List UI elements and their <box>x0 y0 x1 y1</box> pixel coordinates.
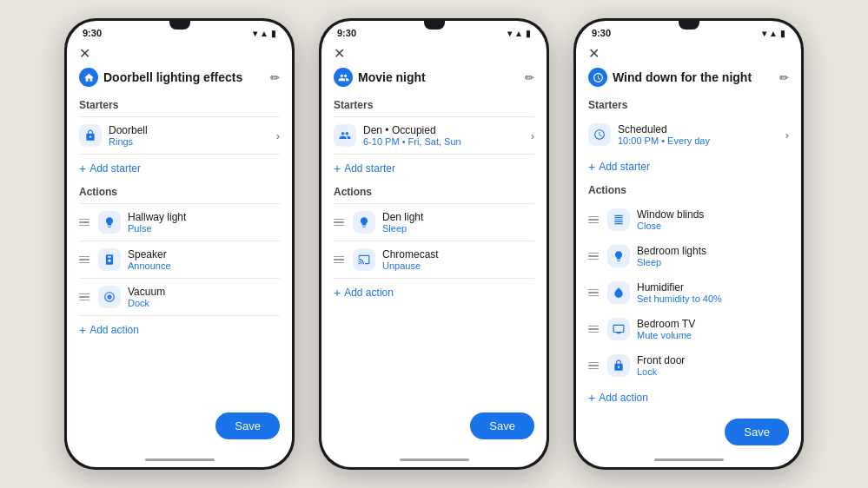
drag-handle-icon[interactable] <box>588 289 599 297</box>
routine-title: Wind down for the night <box>613 70 774 84</box>
routine-title: Movie night <box>358 70 520 84</box>
starter-title: Scheduled <box>618 123 710 135</box>
action-subtitle: Unpause <box>382 260 439 271</box>
action-item[interactable]: SpeakerAnnounce <box>67 241 292 278</box>
add-starter-button[interactable]: +Add starter <box>67 155 292 182</box>
action-subtitle: Dock <box>128 298 165 308</box>
action-item[interactable]: HumidifierSet humidity to 40% <box>576 274 801 311</box>
starter-subtitle: 6-10 PM • Fri, Sat, Sun <box>363 136 461 147</box>
action-item[interactable]: Hallway lightPulse <box>67 204 292 241</box>
action-item[interactable]: Bedroom TVMute volume <box>576 311 801 347</box>
action-subtitle: Sleep <box>382 223 423 234</box>
edit-icon[interactable]: ✏ <box>525 71 534 84</box>
actions-label: Actions <box>67 182 292 203</box>
drag-handle-icon[interactable] <box>588 253 599 260</box>
add-starter-label: Add starter <box>89 162 141 175</box>
drag-handle-icon[interactable] <box>79 256 89 264</box>
add-action-button[interactable]: +Add action <box>576 384 801 412</box>
starter-item[interactable]: Den • Occupied6-10 PM • Fri, Sat, Sun› <box>321 117 547 154</box>
status-icons: ▾▲▮ <box>253 29 276 38</box>
battery-icon: ▮ <box>526 29 531 38</box>
starter-icon-person <box>334 124 356 147</box>
add-starter-label: Add starter <box>344 162 395 175</box>
save-row: Save <box>576 412 801 452</box>
status-time: 9:30 <box>337 28 356 38</box>
notch <box>679 21 699 30</box>
plus-icon: + <box>334 286 341 300</box>
drag-handle-icon[interactable] <box>588 362 599 370</box>
action-text-group: Window blindsClose <box>637 208 704 231</box>
notch <box>424 21 445 30</box>
starter-item[interactable]: DoorbellRings› <box>67 117 292 154</box>
drag-handle-icon[interactable] <box>79 293 89 301</box>
add-starter-button[interactable]: +Add starter <box>576 153 801 181</box>
action-text-group: VacuumDock <box>128 286 165 308</box>
action-item[interactable]: Bedroom lightsSleep <box>576 238 801 274</box>
close-button[interactable]: ✕ <box>334 47 345 61</box>
action-item[interactable]: Front doorLock <box>576 347 801 384</box>
close-button[interactable]: ✕ <box>79 47 90 61</box>
action-subtitle: Announce <box>128 260 171 271</box>
action-text-group: Bedroom lightsSleep <box>637 245 706 267</box>
status-bar: 9:30▾▲▮ <box>576 21 801 42</box>
action-subtitle: Close <box>637 221 704 231</box>
drag-handle-icon[interactable] <box>588 216 599 224</box>
save-button[interactable]: Save <box>470 412 534 439</box>
status-bar: 9:30▾▲▮ <box>67 21 292 42</box>
starter-subtitle: Rings <box>109 136 148 147</box>
save-button[interactable]: Save <box>215 412 280 439</box>
edit-icon[interactable]: ✏ <box>779 71 789 84</box>
starter-item[interactable]: Scheduled10:00 PM • Every day› <box>576 116 801 153</box>
status-icons: ▾▲▮ <box>762 29 785 38</box>
status-bar: 9:30▾▲▮ <box>321 21 547 42</box>
chevron-right-icon: › <box>531 129 534 142</box>
home-bar <box>576 452 801 467</box>
signal-icon: ▲ <box>769 29 778 38</box>
action-text-group: Hallway lightPulse <box>128 211 186 234</box>
action-icon-blinds <box>607 208 630 231</box>
add-action-label: Add action <box>344 287 394 299</box>
starter-left: Den • Occupied6-10 PM • Fri, Sat, Sun <box>334 124 461 147</box>
edit-icon[interactable]: ✏ <box>270 71 280 84</box>
starters-label: Starters <box>321 96 547 116</box>
add-action-button[interactable]: +Add action <box>67 316 292 344</box>
action-title: Humidifier <box>637 281 722 293</box>
drag-handle-icon[interactable] <box>588 326 599 333</box>
action-item[interactable]: Den lightSleep <box>321 204 547 241</box>
battery-icon: ▮ <box>780 29 785 38</box>
action-title: Bedroom lights <box>637 245 706 257</box>
action-item[interactable]: ChromecastUnpause <box>321 241 547 278</box>
routine-icon-person <box>334 68 353 87</box>
routine-icon-clock <box>588 68 607 87</box>
action-icon-bulb <box>353 211 375 234</box>
status-time: 9:30 <box>83 28 102 38</box>
close-button[interactable]: ✕ <box>588 47 600 61</box>
add-starter-button[interactable]: +Add starter <box>321 155 547 182</box>
status-time: 9:30 <box>592 28 611 38</box>
add-starter-label: Add starter <box>599 161 650 173</box>
battery-icon: ▮ <box>271 29 276 38</box>
action-text-group: HumidifierSet humidity to 40% <box>637 281 722 304</box>
action-item[interactable]: VacuumDock <box>67 279 292 315</box>
drag-handle-icon[interactable] <box>334 219 344 227</box>
plus-icon: + <box>79 162 86 175</box>
action-icon-tv <box>607 318 630 340</box>
routine-title-row: Wind down for the night✏ <box>576 66 801 96</box>
action-icon-humidity <box>607 281 630 304</box>
drag-handle-icon[interactable] <box>79 219 89 227</box>
signal-icon: ▲ <box>514 29 523 38</box>
action-text-group: SpeakerAnnounce <box>128 248 171 271</box>
plus-icon: + <box>588 391 595 405</box>
action-subtitle: Lock <box>637 366 685 377</box>
action-item[interactable]: Window blindsClose <box>576 201 801 238</box>
starter-left: Scheduled10:00 PM • Every day <box>588 123 710 146</box>
action-icon-vacuum <box>98 286 121 308</box>
starter-text-group: Scheduled10:00 PM • Every day <box>618 123 710 146</box>
wifi-icon: ▾ <box>762 29 766 38</box>
action-title: Front door <box>637 354 685 366</box>
save-button[interactable]: Save <box>725 419 789 445</box>
action-icon-speaker <box>98 248 121 271</box>
add-action-button[interactable]: +Add action <box>321 279 547 307</box>
routine-icon-home <box>79 68 98 87</box>
drag-handle-icon[interactable] <box>334 256 344 264</box>
